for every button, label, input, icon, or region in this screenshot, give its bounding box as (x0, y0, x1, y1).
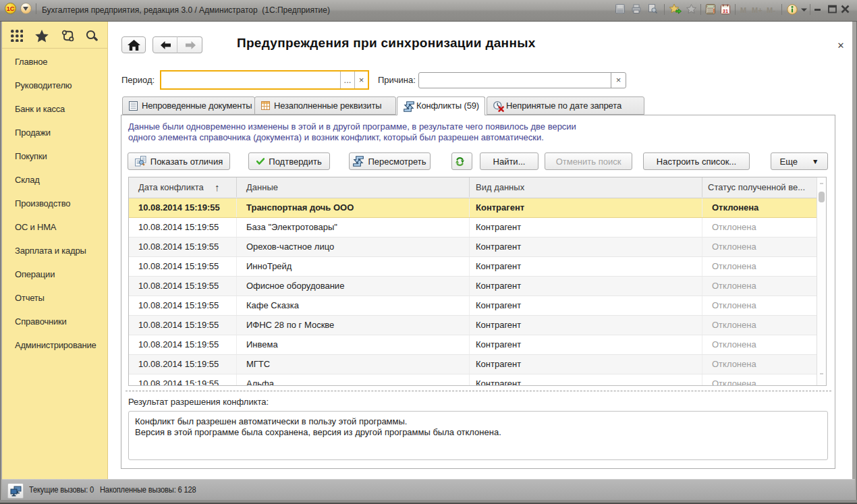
svg-text:31: 31 (723, 8, 728, 14)
